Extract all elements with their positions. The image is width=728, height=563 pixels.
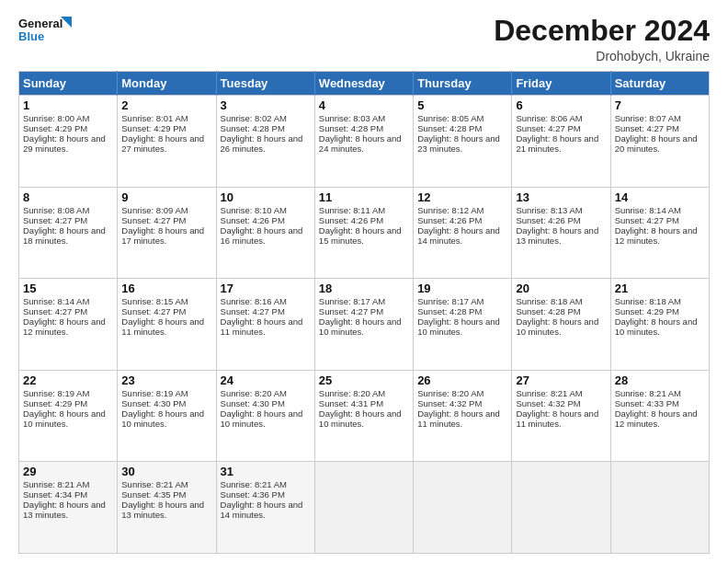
header-day-monday: Monday <box>118 72 216 96</box>
day-number: 20 <box>516 282 606 295</box>
day-number: 25 <box>319 373 409 387</box>
calendar-cell: 17Sunrise: 8:16 AMSunset: 4:27 PMDayligh… <box>216 279 314 371</box>
svg-text:Blue: Blue <box>18 29 44 43</box>
daylight-text: Daylight: 8 hours and 11 minutes. <box>221 316 311 337</box>
header-day-wednesday: Wednesday <box>314 72 413 96</box>
calendar-cell: 21Sunrise: 8:18 AMSunset: 4:29 PMDayligh… <box>610 279 709 371</box>
sunset-text: Sunset: 4:28 PM <box>417 123 507 133</box>
daylight-text: Daylight: 8 hours and 10 minutes. <box>221 408 311 429</box>
calendar-cell: 22Sunrise: 8:19 AMSunset: 4:29 PMDayligh… <box>19 370 118 462</box>
calendar-cell: 27Sunrise: 8:21 AMSunset: 4:32 PMDayligh… <box>512 370 610 462</box>
sunrise-text: Sunrise: 8:14 AM <box>23 296 113 306</box>
daylight-text: Daylight: 8 hours and 29 minutes. <box>23 133 113 154</box>
sunrise-text: Sunrise: 8:00 AM <box>23 113 113 123</box>
day-number: 23 <box>121 373 211 387</box>
calendar-cell: 23Sunrise: 8:19 AMSunset: 4:30 PMDayligh… <box>118 370 216 462</box>
day-number: 21 <box>615 282 705 295</box>
day-number: 15 <box>23 282 113 295</box>
day-number: 6 <box>516 98 606 112</box>
calendar-cell: 10Sunrise: 8:10 AMSunset: 4:26 PMDayligh… <box>216 187 314 279</box>
calendar-cell: 19Sunrise: 8:17 AMSunset: 4:28 PMDayligh… <box>414 279 512 371</box>
sunset-text: Sunset: 4:35 PM <box>121 489 211 500</box>
calendar-cell: 14Sunrise: 8:14 AMSunset: 4:27 PMDayligh… <box>610 187 709 279</box>
daylight-text: Daylight: 8 hours and 14 minutes. <box>417 225 507 246</box>
sunrise-text: Sunrise: 8:10 AM <box>221 205 311 215</box>
daylight-text: Daylight: 8 hours and 12 minutes. <box>23 316 113 337</box>
sunset-text: Sunset: 4:26 PM <box>221 215 311 225</box>
calendar-header-row: SundayMondayTuesdayWednesdayThursdayFrid… <box>19 72 710 96</box>
sunrise-text: Sunrise: 8:03 AM <box>319 113 409 123</box>
sunrise-text: Sunrise: 8:18 AM <box>615 296 705 306</box>
sunrise-text: Sunrise: 8:05 AM <box>417 113 507 123</box>
page: GeneralBlue December 2024 Drohobych, Ukr… <box>0 0 728 563</box>
sunset-text: Sunset: 4:27 PM <box>615 123 705 133</box>
daylight-text: Daylight: 8 hours and 24 minutes. <box>319 133 409 154</box>
daylight-text: Daylight: 8 hours and 11 minutes. <box>417 408 507 429</box>
daylight-text: Daylight: 8 hours and 10 minutes. <box>615 316 705 337</box>
daylight-text: Daylight: 8 hours and 10 minutes. <box>319 408 409 429</box>
daylight-text: Daylight: 8 hours and 17 minutes. <box>121 225 211 246</box>
sunset-text: Sunset: 4:32 PM <box>417 398 507 408</box>
sunset-text: Sunset: 4:27 PM <box>121 306 211 316</box>
day-number: 31 <box>221 465 311 478</box>
sunrise-text: Sunrise: 8:08 AM <box>23 205 113 215</box>
sunrise-text: Sunrise: 8:21 AM <box>615 388 705 398</box>
calendar-cell: 29Sunrise: 8:21 AMSunset: 4:34 PMDayligh… <box>19 462 118 554</box>
sunset-text: Sunset: 4:27 PM <box>121 215 211 225</box>
sunrise-text: Sunrise: 8:21 AM <box>516 388 606 398</box>
sunrise-text: Sunrise: 8:02 AM <box>221 113 311 123</box>
calendar-cell: 11Sunrise: 8:11 AMSunset: 4:26 PMDayligh… <box>314 187 413 279</box>
day-number: 2 <box>121 98 211 112</box>
sunset-text: Sunset: 4:36 PM <box>221 489 311 500</box>
sunrise-text: Sunrise: 8:17 AM <box>319 296 409 306</box>
sunset-text: Sunset: 4:26 PM <box>417 215 507 225</box>
header: GeneralBlue December 2024 Drohobych, Ukr… <box>18 15 710 63</box>
week-row-4: 29Sunrise: 8:21 AMSunset: 4:34 PMDayligh… <box>19 462 710 554</box>
sunrise-text: Sunrise: 8:14 AM <box>615 205 705 215</box>
sunrise-text: Sunrise: 8:11 AM <box>319 205 409 215</box>
sunrise-text: Sunrise: 8:15 AM <box>121 296 211 306</box>
header-day-friday: Friday <box>512 72 610 96</box>
calendar-cell: 1Sunrise: 8:00 AMSunset: 4:29 PMDaylight… <box>19 96 118 188</box>
day-number: 17 <box>221 282 311 295</box>
sunrise-text: Sunrise: 8:21 AM <box>121 479 211 489</box>
daylight-text: Daylight: 8 hours and 13 minutes. <box>516 225 606 246</box>
daylight-text: Daylight: 8 hours and 26 minutes. <box>221 133 311 154</box>
week-row-3: 22Sunrise: 8:19 AMSunset: 4:29 PMDayligh… <box>19 370 710 462</box>
sunset-text: Sunset: 4:30 PM <box>221 398 311 408</box>
sunset-text: Sunset: 4:29 PM <box>23 398 113 408</box>
calendar-cell: 30Sunrise: 8:21 AMSunset: 4:35 PMDayligh… <box>118 462 216 554</box>
sunrise-text: Sunrise: 8:20 AM <box>221 388 311 398</box>
sunset-text: Sunset: 4:27 PM <box>221 306 311 316</box>
day-number: 11 <box>319 190 409 204</box>
day-number: 1 <box>23 98 113 112</box>
daylight-text: Daylight: 8 hours and 21 minutes. <box>516 133 606 154</box>
daylight-text: Daylight: 8 hours and 12 minutes. <box>615 225 705 246</box>
calendar-cell: 31Sunrise: 8:21 AMSunset: 4:36 PMDayligh… <box>216 462 314 554</box>
sunrise-text: Sunrise: 8:19 AM <box>23 388 113 398</box>
day-number: 12 <box>417 190 507 204</box>
calendar-cell: 4Sunrise: 8:03 AMSunset: 4:28 PMDaylight… <box>314 96 413 188</box>
logo: GeneralBlue <box>18 15 74 52</box>
day-number: 16 <box>121 282 211 295</box>
week-row-2: 15Sunrise: 8:14 AMSunset: 4:27 PMDayligh… <box>19 279 710 371</box>
sunset-text: Sunset: 4:29 PM <box>23 123 113 133</box>
sunset-text: Sunset: 4:31 PM <box>319 398 409 408</box>
day-number: 30 <box>121 465 211 478</box>
day-number: 7 <box>615 98 705 112</box>
day-number: 3 <box>221 98 311 112</box>
sunset-text: Sunset: 4:27 PM <box>319 306 409 316</box>
sunrise-text: Sunrise: 8:07 AM <box>615 113 705 123</box>
main-title: December 2024 <box>494 15 710 47</box>
calendar-cell: 25Sunrise: 8:20 AMSunset: 4:31 PMDayligh… <box>314 370 413 462</box>
daylight-text: Daylight: 8 hours and 13 minutes. <box>23 500 113 520</box>
daylight-text: Daylight: 8 hours and 11 minutes. <box>121 316 211 337</box>
calendar-cell: 15Sunrise: 8:14 AMSunset: 4:27 PMDayligh… <box>19 279 118 371</box>
svg-text:General: General <box>18 17 63 30</box>
calendar-cell: 8Sunrise: 8:08 AMSunset: 4:27 PMDaylight… <box>19 187 118 279</box>
day-number: 29 <box>23 465 113 478</box>
sunrise-text: Sunrise: 8:01 AM <box>121 113 211 123</box>
calendar-cell: 26Sunrise: 8:20 AMSunset: 4:32 PMDayligh… <box>414 370 512 462</box>
calendar-cell <box>314 462 413 554</box>
sunrise-text: Sunrise: 8:06 AM <box>516 113 606 123</box>
